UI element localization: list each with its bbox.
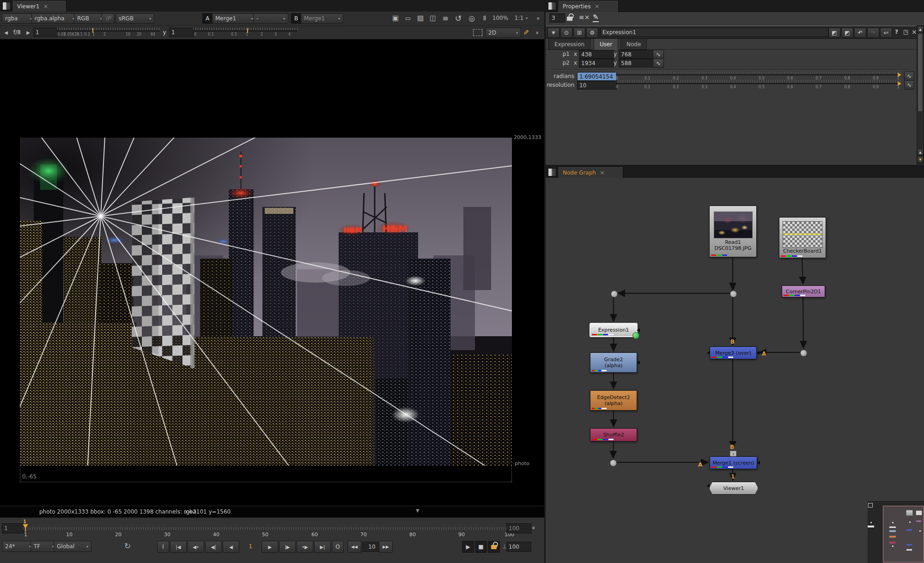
channels-dropdown[interactable]: rgba▾ bbox=[2, 13, 35, 24]
close-icon[interactable]: × bbox=[43, 3, 48, 10]
scroll-up-button-2[interactable]: ▲ bbox=[917, 149, 924, 156]
layer-dropdown[interactable]: rgba.alpha▾ bbox=[31, 13, 78, 24]
tab-node[interactable]: Node bbox=[620, 38, 647, 50]
gain-slider[interactable]: 0.01 0.05625 0.1 0.2 1 2 10 20 64 bbox=[57, 27, 160, 38]
display-channel-dropdown[interactable]: RGB▾ bbox=[74, 13, 105, 24]
tab-nodegraph[interactable]: Node Graph × bbox=[558, 166, 623, 178]
safe-zones-icon[interactable]: ◎ bbox=[466, 13, 477, 23]
scrollbar-thumb[interactable] bbox=[918, 33, 923, 112]
frame-display-icon[interactable]: ▣ bbox=[390, 13, 401, 23]
elbow-dot[interactable] bbox=[611, 291, 618, 297]
tab-user[interactable]: User bbox=[594, 38, 618, 50]
node-edgedetect2[interactable]: EdgeDetect2 (alpha) bbox=[590, 390, 637, 411]
play-backward-button[interactable]: ◀ bbox=[223, 541, 239, 553]
node-viewer1[interactable]: Viewer1 bbox=[709, 482, 758, 495]
max-panels-input[interactable]: 3 bbox=[549, 13, 565, 23]
viewer-input-stub[interactable] bbox=[706, 484, 710, 488]
node-merge1[interactable]: Merge1 (screen) bbox=[710, 456, 757, 469]
b-input-badge[interactable]: B bbox=[291, 13, 301, 24]
elbow-dot[interactable] bbox=[800, 350, 807, 357]
mask-input-stub[interactable] bbox=[637, 361, 640, 364]
p1-curve-button[interactable]: ∿ bbox=[653, 50, 664, 59]
b-buffer-dropdown[interactable]: Merge1▾ bbox=[301, 13, 343, 24]
fps-dropdown[interactable]: 24*▾ bbox=[2, 541, 34, 552]
nodegraph-canvas[interactable]: Read1 DSC01798.JPG CheckerBoard1 CornerP… bbox=[546, 178, 924, 563]
flipbook-play-button[interactable]: ▶ bbox=[462, 541, 474, 553]
nodegraph-minimap[interactable] bbox=[868, 501, 924, 563]
node-grade2[interactable]: Grade2 (alpha) bbox=[590, 352, 637, 373]
close-icon[interactable]: × bbox=[595, 3, 600, 10]
goto-start-button[interactable]: |◀ bbox=[170, 541, 187, 553]
resolution-slider[interactable]: 0 0.1 0.2 0.3 0.4 0.5 0.6 0.7 0.8 0.9 1 bbox=[616, 80, 901, 90]
collapse-bar-icon[interactable]: » bbox=[533, 28, 541, 37]
collapse-panel-button[interactable]: ▼ bbox=[547, 28, 559, 38]
viewer-image[interactable]: H&M H&M bbox=[20, 138, 512, 466]
eyedropper-icon[interactable]: ✎ bbox=[521, 28, 530, 37]
jump-back-button[interactable]: ◀◀ bbox=[347, 541, 361, 553]
fstop-label[interactable]: f/8 bbox=[10, 28, 24, 36]
p1-x-input[interactable]: 438 bbox=[579, 50, 614, 59]
range-start-input[interactable]: 1 bbox=[2, 523, 24, 533]
view-mode-dropdown[interactable]: 2D▾ bbox=[485, 28, 521, 38]
elbow-dot[interactable] bbox=[610, 460, 617, 466]
postage-stamp-button[interactable]: ⊞ bbox=[573, 28, 585, 38]
refresh-icon[interactable]: ↺ bbox=[453, 13, 464, 23]
mask-input-stub[interactable] bbox=[757, 461, 760, 465]
p2-curve-button[interactable]: ∿ bbox=[653, 59, 664, 68]
a-input-stub[interactable] bbox=[707, 351, 710, 355]
help-icon[interactable]: ? bbox=[895, 29, 898, 35]
play-forward-button[interactable]: ▶ bbox=[261, 541, 278, 553]
resolution-input[interactable]: 10 bbox=[577, 81, 617, 90]
node-color-button[interactable]: ⚙ bbox=[586, 28, 598, 38]
p1-y-input[interactable]: 768 bbox=[619, 50, 654, 59]
frame-range-button[interactable]: O bbox=[332, 541, 344, 553]
gamma-slider[interactable]: 0 0.1 0.5 1 2 3 4 bbox=[193, 27, 298, 38]
range-end-display[interactable]: 100 bbox=[506, 523, 531, 533]
viewer-canvas[interactable]: H&M H&M bbox=[0, 39, 544, 506]
node-shuffle2[interactable]: Shuffle2 bbox=[590, 428, 637, 442]
panel-handle-icon[interactable] bbox=[548, 2, 556, 10]
tab-properties[interactable]: Properties × bbox=[558, 0, 619, 12]
step-forward-button[interactable]: |▶ bbox=[279, 541, 296, 553]
current-frame-display[interactable]: 1 bbox=[241, 541, 260, 552]
tab-expression[interactable]: Expression bbox=[548, 38, 590, 50]
render-stop-button[interactable]: ■ bbox=[475, 541, 487, 553]
crop-display-icon[interactable]: ▭ bbox=[403, 13, 413, 23]
roi-icon[interactable] bbox=[473, 29, 482, 36]
node-expression1[interactable]: Expression1 bbox=[590, 323, 637, 337]
close-panel-icon[interactable]: × bbox=[912, 28, 917, 36]
gain-prev-icon[interactable]: ◀ bbox=[3, 28, 9, 36]
clear-panels-icon[interactable]: ≡× bbox=[579, 13, 590, 21]
prev-keyframe-button[interactable]: ◀• bbox=[188, 541, 204, 553]
menu-lines-icon[interactable]: ≡ bbox=[440, 13, 450, 23]
goto-end-button[interactable]: ▶| bbox=[314, 541, 331, 553]
node-merge3[interactable]: Merge3 (over) bbox=[710, 346, 757, 359]
scroll-down-button[interactable]: ▼ bbox=[917, 156, 924, 163]
panel-handle-icon[interactable] bbox=[548, 168, 556, 176]
node-read1[interactable]: Read1 DSC01798.JPG bbox=[709, 206, 757, 257]
lock-range-button[interactable] bbox=[488, 541, 500, 553]
node-name-input[interactable]: Expression1 bbox=[600, 28, 828, 37]
undo-button[interactable]: ↶ bbox=[854, 28, 866, 38]
p2-x-input[interactable]: 1934 bbox=[579, 59, 614, 67]
blend-mode-dropdown[interactable]: -▾ bbox=[253, 13, 288, 24]
scroll-up-button[interactable]: ▲ bbox=[917, 26, 924, 33]
jump-forward-button[interactable]: ▶▶ bbox=[379, 541, 393, 553]
step-back-button[interactable]: ◀| bbox=[205, 541, 222, 553]
input-process-button[interactable]: IP bbox=[102, 13, 115, 24]
collapse-toolbar-icon[interactable]: » bbox=[534, 13, 542, 23]
redo-button[interactable]: ↷ bbox=[867, 28, 879, 38]
p2-y-input[interactable]: 588 bbox=[619, 59, 654, 67]
unlock-icon[interactable] bbox=[567, 17, 572, 21]
collapse-infobar-icon[interactable]: ▼ bbox=[416, 508, 419, 513]
radians-input[interactable]: 1.69054154 bbox=[577, 72, 617, 81]
float-panel-icon[interactable]: ◳ bbox=[903, 29, 908, 35]
a-buffer-dropdown[interactable]: Merge1▾ bbox=[212, 13, 256, 24]
gamma-input[interactable]: 1 bbox=[169, 28, 194, 37]
tab-viewer1[interactable]: Viewer1 × bbox=[12, 0, 67, 12]
mask-input-stub[interactable] bbox=[756, 351, 760, 355]
panel-handle-icon[interactable] bbox=[2, 2, 11, 10]
elbow-dot[interactable] bbox=[730, 291, 737, 297]
range-end-input[interactable]: 100 bbox=[506, 542, 531, 552]
revert-button[interactable]: ↩ bbox=[880, 28, 892, 38]
